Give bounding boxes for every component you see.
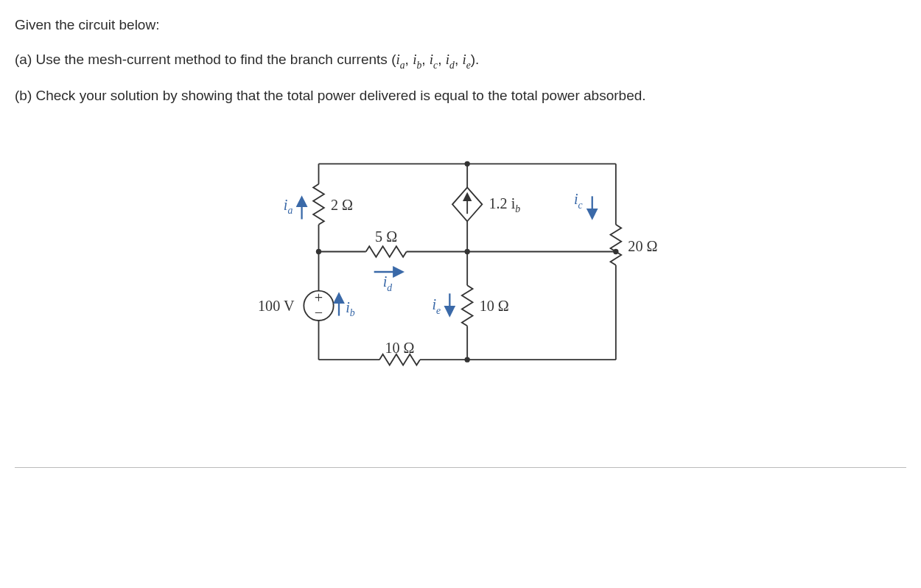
part-a-pre: (a) Use the mesh-current method to find …	[15, 52, 396, 67]
sub-ie: e	[466, 60, 471, 71]
intro-text: Given the circuit below:	[15, 15, 906, 36]
svg-point-23	[465, 249, 470, 254]
svg-point-21	[316, 249, 321, 254]
sub-ic: c	[433, 60, 438, 71]
svg-text:ib: ib	[346, 299, 355, 319]
svg-text:100 V: 100 V	[258, 298, 295, 314]
sub-ia: a	[400, 60, 405, 71]
svg-text:5 Ω: 5 Ω	[375, 228, 397, 245]
svg-text:10 Ω: 10 Ω	[385, 340, 414, 356]
divider	[15, 467, 906, 468]
part-a-text: (a) Use the mesh-current method to find …	[15, 49, 906, 72]
sym-ia: i	[396, 52, 399, 67]
svg-text:ie: ie	[433, 297, 441, 317]
svg-text:10 Ω: 10 Ω	[480, 298, 509, 314]
part-a-post: ).	[471, 52, 480, 67]
svg-text:−: −	[315, 305, 323, 321]
circuit-diagram: + − ia 2 Ω 5 Ω id 100 V ib 1.2 ib ic 20 …	[15, 136, 906, 408]
svg-text:ic: ic	[574, 192, 583, 211]
sub-id: d	[449, 60, 455, 71]
sym-ie: i	[462, 52, 466, 67]
svg-text:+: +	[315, 290, 323, 306]
sub-ib: b	[416, 60, 421, 71]
svg-text:20 Ω: 20 Ω	[628, 239, 657, 255]
svg-point-24	[465, 357, 470, 363]
svg-text:ia: ia	[284, 197, 293, 217]
svg-text:2 Ω: 2 Ω	[331, 197, 353, 213]
svg-text:id: id	[383, 273, 393, 293]
svg-point-22	[465, 161, 470, 167]
svg-point-25	[613, 249, 618, 254]
svg-text:1.2 ib: 1.2 ib	[489, 195, 521, 215]
part-b-text: (b) Check your solution by showing that …	[15, 85, 906, 107]
